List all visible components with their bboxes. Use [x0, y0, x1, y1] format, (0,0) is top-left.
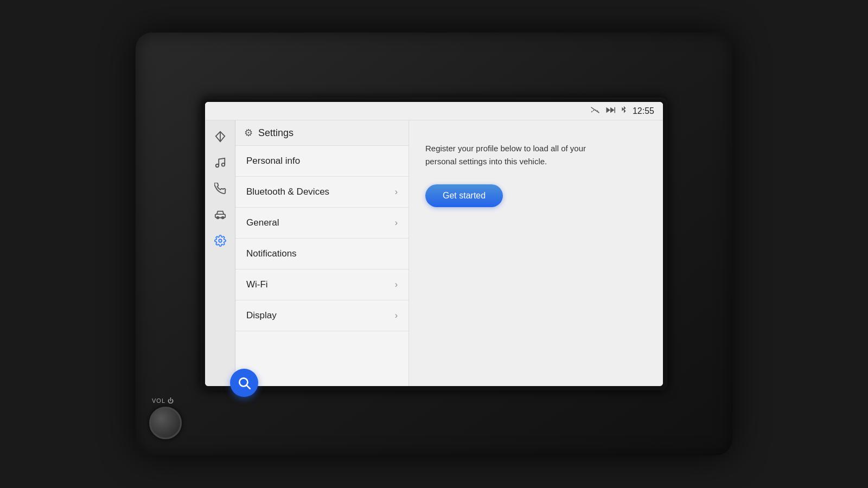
get-started-button[interactable]: Get started: [425, 184, 503, 207]
menu-item-general[interactable]: General ›: [235, 208, 409, 239]
sidebar-nav: [205, 120, 235, 386]
no-signal-icon: [590, 106, 600, 115]
content-panel: Register your profile below to load all …: [409, 120, 663, 386]
main-content: ⚙ Settings Personal info Bluetooth & Dev…: [205, 120, 663, 386]
profile-description: Register your profile below to load all …: [425, 142, 599, 168]
general-chevron-icon: ›: [395, 218, 398, 228]
personal-info-label: Personal info: [246, 156, 300, 166]
svg-point-6: [215, 164, 219, 168]
sidebar-item-navigation[interactable]: [208, 125, 232, 149]
notifications-label: Notifications: [246, 248, 297, 259]
search-fab-button[interactable]: [230, 369, 258, 397]
svg-point-7: [221, 163, 225, 166]
general-label: General: [246, 217, 279, 228]
svg-marker-1: [606, 107, 610, 113]
status-bar: 12:55: [205, 102, 663, 120]
sidebar-item-music[interactable]: [208, 151, 232, 175]
menu-item-bluetooth[interactable]: Bluetooth & Devices ›: [235, 177, 409, 208]
menu-item-notifications[interactable]: Notifications: [235, 239, 409, 269]
screen: 12:55: [205, 102, 663, 386]
bluetooth-icon: [621, 105, 627, 117]
menu-item-wifi[interactable]: Wi-Fi ›: [235, 269, 409, 300]
sidebar-item-settings[interactable]: [208, 229, 232, 253]
svg-line-13: [247, 386, 250, 389]
bluetooth-label: Bluetooth & Devices: [246, 187, 329, 197]
sidebar-item-phone[interactable]: [208, 177, 232, 201]
menu-item-display[interactable]: Display ›: [235, 300, 409, 331]
screen-bezel: 12:55: [201, 98, 667, 390]
settings-gear-icon: ⚙: [244, 127, 253, 139]
settings-header: ⚙ Settings: [235, 120, 409, 146]
menu-item-personal-info[interactable]: Personal info: [235, 146, 409, 177]
svg-point-11: [219, 239, 222, 242]
wifi-label: Wi-Fi: [246, 279, 268, 290]
wifi-chevron-icon: ›: [395, 280, 398, 290]
clock-display: 12:55: [633, 106, 654, 116]
status-bar-right: 12:55: [590, 105, 654, 117]
car-frame: 12:55: [136, 33, 732, 455]
volume-label: VOL ⏻: [152, 397, 174, 404]
bluetooth-chevron-icon: ›: [395, 187, 398, 197]
sidebar-item-car[interactable]: [208, 203, 232, 227]
media-skip-icon: [605, 106, 615, 115]
volume-knob[interactable]: [149, 407, 182, 439]
settings-panel: ⚙ Settings Personal info Bluetooth & Dev…: [235, 120, 409, 386]
svg-marker-2: [610, 107, 615, 113]
svg-rect-3: [614, 107, 615, 113]
display-chevron-icon: ›: [395, 311, 398, 320]
display-label: Display: [246, 310, 277, 321]
settings-title: Settings: [258, 127, 293, 139]
